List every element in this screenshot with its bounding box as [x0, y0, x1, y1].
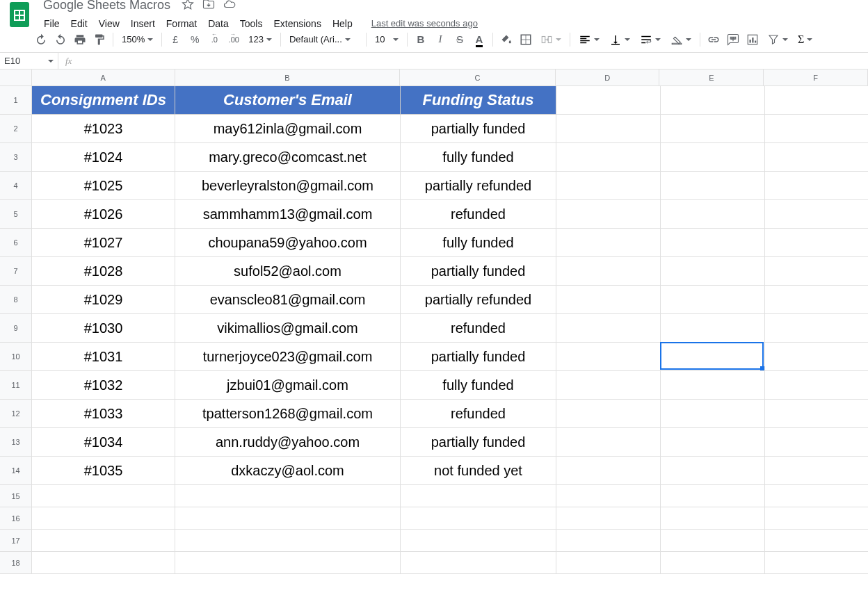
cell-B15[interactable]: [175, 485, 401, 507]
increase-decimal-button[interactable]: .00→: [225, 31, 243, 49]
row-header-17[interactable]: 17: [0, 530, 32, 552]
zoom-select[interactable]: 150%: [118, 31, 157, 48]
cell-C5[interactable]: refunded: [401, 200, 556, 229]
menu-extensions[interactable]: Extensions: [268, 15, 326, 32]
menu-view[interactable]: View: [94, 15, 124, 32]
cell-A2[interactable]: #1023: [32, 115, 175, 143]
sheets-logo-icon[interactable]: [6, 1, 33, 28]
cell-A3[interactable]: #1024: [32, 143, 175, 172]
cell-F13[interactable]: [765, 428, 868, 457]
cell-D8[interactable]: [556, 286, 661, 314]
cell-D1[interactable]: [556, 86, 661, 115]
row-header-2[interactable]: 2: [0, 115, 32, 143]
cell-D6[interactable]: [556, 229, 661, 257]
cell-C14[interactable]: not funded yet: [401, 457, 556, 485]
cell-D17[interactable]: [556, 530, 661, 552]
menu-help[interactable]: Help: [328, 15, 357, 32]
move-icon[interactable]: [202, 0, 215, 13]
cell-E13[interactable]: [661, 428, 765, 457]
cell-F18[interactable]: [765, 552, 868, 574]
cell-C7[interactable]: partially funded: [401, 257, 556, 286]
cell-D14[interactable]: [556, 457, 661, 485]
cell-F12[interactable]: [765, 400, 868, 428]
cell-B3[interactable]: mary.greco@comcast.net: [175, 143, 401, 172]
cloud-icon[interactable]: [223, 0, 236, 13]
text-color-button[interactable]: A: [470, 31, 488, 49]
cell-E14[interactable]: [661, 457, 765, 485]
cell-B16[interactable]: [175, 507, 401, 530]
cell-F15[interactable]: [765, 485, 868, 507]
cell-E9[interactable]: [661, 314, 765, 343]
cell-B2[interactable]: may612inla@gmail.com: [175, 115, 401, 143]
doc-title[interactable]: Google Sheets Macros: [39, 0, 175, 14]
cell-C6[interactable]: fully funded: [401, 229, 556, 257]
italic-button[interactable]: I: [431, 31, 449, 49]
cell-C10[interactable]: partially funded: [401, 343, 556, 371]
row-header-18[interactable]: 18: [0, 552, 32, 574]
fill-color-button[interactable]: [497, 31, 515, 49]
cell-E15[interactable]: [661, 485, 765, 507]
cell-D9[interactable]: [556, 314, 661, 343]
cell-B1[interactable]: Customer's Email: [175, 86, 401, 115]
cell-E12[interactable]: [661, 400, 765, 428]
rotate-button[interactable]: [666, 31, 696, 48]
cell-A7[interactable]: #1028: [32, 257, 175, 286]
cell-F5[interactable]: [765, 200, 868, 229]
col-header-D[interactable]: D: [556, 69, 660, 86]
cell-E1[interactable]: [661, 86, 765, 115]
cell-E18[interactable]: [661, 552, 765, 574]
cell-F16[interactable]: [765, 507, 868, 530]
cell-D15[interactable]: [556, 485, 661, 507]
h-align-button[interactable]: [574, 31, 604, 48]
row-header-12[interactable]: 12: [0, 400, 32, 428]
cell-F6[interactable]: [765, 229, 868, 257]
cell-D12[interactable]: [556, 400, 661, 428]
col-header-F[interactable]: F: [764, 69, 868, 86]
row-header-5[interactable]: 5: [0, 200, 32, 229]
last-edit-link[interactable]: Last edit was seconds ago: [371, 18, 478, 28]
cell-F9[interactable]: [765, 314, 868, 343]
cell-A1[interactable]: Consignment IDs: [32, 86, 175, 115]
select-all-corner[interactable]: [0, 69, 32, 86]
cell-C13[interactable]: partially funded: [401, 428, 556, 457]
cell-F17[interactable]: [765, 530, 868, 552]
cell-F11[interactable]: [765, 371, 868, 400]
row-header-15[interactable]: 15: [0, 485, 32, 507]
cell-C17[interactable]: [401, 530, 556, 552]
menu-tools[interactable]: Tools: [235, 15, 268, 32]
borders-button[interactable]: [517, 31, 535, 49]
row-header-8[interactable]: 8: [0, 286, 32, 314]
cell-D10[interactable]: [556, 343, 661, 371]
redo-button[interactable]: [51, 31, 70, 49]
cell-B17[interactable]: [175, 530, 401, 552]
cell-A15[interactable]: [32, 485, 175, 507]
row-header-3[interactable]: 3: [0, 143, 32, 172]
font-select[interactable]: Default (Ari...: [285, 31, 362, 48]
cell-B18[interactable]: [175, 552, 401, 574]
cell-E5[interactable]: [661, 200, 765, 229]
cell-E6[interactable]: [661, 229, 765, 257]
filter-button[interactable]: [763, 31, 792, 48]
chart-button[interactable]: [744, 31, 762, 49]
cell-D13[interactable]: [556, 428, 661, 457]
cell-C4[interactable]: partially refunded: [401, 172, 556, 200]
cell-B9[interactable]: vikimallios@gmail.com: [175, 314, 401, 343]
cell-B11[interactable]: jzbui01@gmail.com: [175, 371, 401, 400]
cell-B5[interactable]: sammhamm13@gmail.com: [175, 200, 401, 229]
cell-B7[interactable]: sufol52@aol.com: [175, 257, 401, 286]
undo-button[interactable]: [32, 31, 50, 49]
cell-C11[interactable]: fully funded: [401, 371, 556, 400]
cell-F1[interactable]: [765, 86, 868, 115]
cell-A6[interactable]: #1027: [32, 229, 175, 257]
cell-A17[interactable]: [32, 530, 175, 552]
cell-B10[interactable]: turnerjoyce023@gmail.com: [175, 343, 401, 371]
row-header-7[interactable]: 7: [0, 257, 32, 286]
cell-C8[interactable]: partially refunded: [401, 286, 556, 314]
paint-format-button[interactable]: [90, 31, 108, 49]
cell-A5[interactable]: #1026: [32, 200, 175, 229]
cell-F10[interactable]: [765, 343, 868, 371]
cell-C18[interactable]: [401, 552, 556, 574]
row-header-16[interactable]: 16: [0, 507, 32, 530]
cell-F4[interactable]: [765, 172, 868, 200]
bold-button[interactable]: B: [412, 31, 430, 49]
